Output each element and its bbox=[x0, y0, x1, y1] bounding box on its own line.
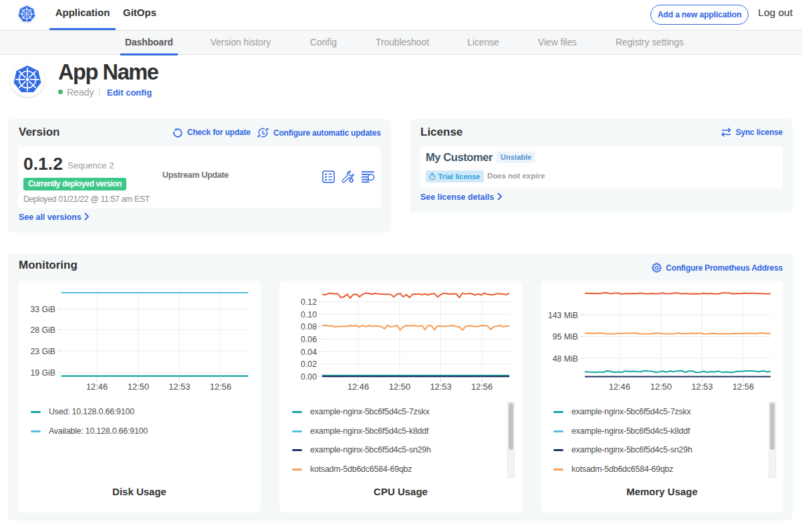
svg-text:12:46: 12:46 bbox=[348, 382, 369, 392]
svg-text:12:56: 12:56 bbox=[732, 382, 754, 392]
svg-text:12:56: 12:56 bbox=[471, 382, 493, 392]
svg-text:28 GiB: 28 GiB bbox=[30, 325, 55, 335]
svg-text:12:53: 12:53 bbox=[168, 382, 190, 392]
svg-text:12:50: 12:50 bbox=[650, 382, 672, 392]
svg-text:23 GiB: 23 GiB bbox=[30, 347, 55, 356]
svg-text:0.06: 0.06 bbox=[301, 335, 317, 344]
svg-text:33 GiB: 33 GiB bbox=[30, 305, 55, 314]
svg-text:19 GiB: 19 GiB bbox=[30, 368, 55, 378]
svg-text:12:53: 12:53 bbox=[691, 382, 712, 392]
svg-text:143 MiB: 143 MiB bbox=[548, 311, 578, 320]
svg-text:0.12: 0.12 bbox=[301, 297, 317, 307]
svg-text:12:46: 12:46 bbox=[609, 382, 630, 392]
svg-text:0.10: 0.10 bbox=[301, 310, 317, 319]
svg-text:12:46: 12:46 bbox=[86, 382, 108, 392]
svg-text:0.02: 0.02 bbox=[301, 360, 317, 369]
svg-text:12:50: 12:50 bbox=[128, 382, 149, 392]
svg-text:12:50: 12:50 bbox=[389, 382, 410, 392]
svg-text:0.00: 0.00 bbox=[301, 372, 317, 382]
svg-text:95 MiB: 95 MiB bbox=[553, 332, 578, 342]
svg-text:12:53: 12:53 bbox=[430, 382, 451, 392]
svg-text:48 MiB: 48 MiB bbox=[553, 354, 578, 364]
svg-text:0.08: 0.08 bbox=[301, 322, 317, 331]
svg-text:0.04: 0.04 bbox=[301, 348, 317, 357]
svg-text:12:56: 12:56 bbox=[210, 382, 231, 392]
